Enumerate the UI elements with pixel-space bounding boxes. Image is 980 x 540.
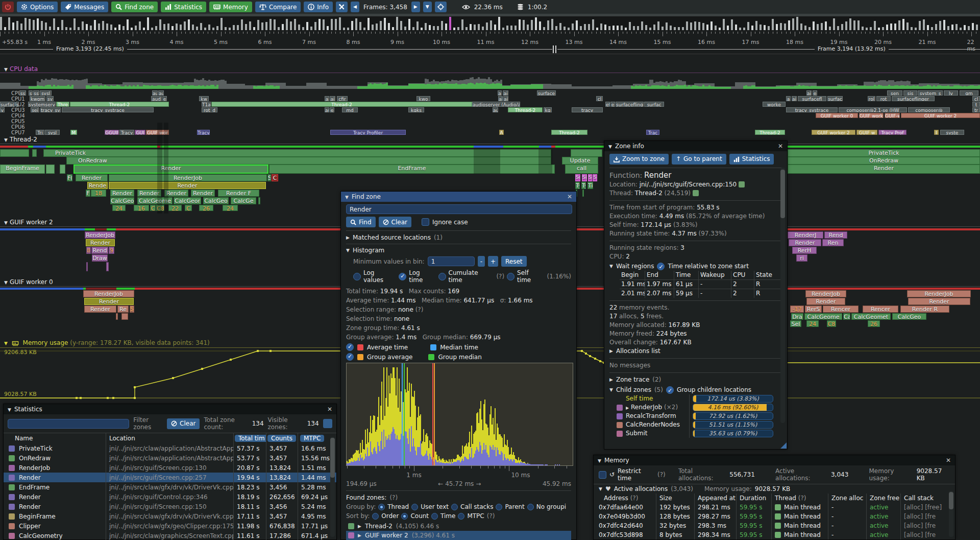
zone-CalcGeomet[interactable]: CalcGeomet (851, 313, 891, 320)
zone-5[interactable]: 5 (130, 306, 134, 313)
cpu-zone-cl[interactable]: cl (596, 96, 603, 101)
cpu-zone-au[interactable]: au (158, 90, 164, 96)
cpu-zone-GUIF work[interactable]: GUIF work (859, 113, 884, 118)
zone-OnRedraw[interactable]: OnRedraw (788, 157, 980, 165)
find-zone-histogram[interactable] (346, 363, 573, 466)
zone-EndFrame[interactable]: EndFrame (269, 165, 555, 174)
limit-range-button[interactable] (323, 419, 332, 428)
found-zone-group[interactable]: ▶ GUIF worker 2 (3,296) 4.61 s (346, 531, 571, 540)
cpu-zone-Tracy[interactable]: Tracy (197, 130, 210, 135)
go-to-parent-button[interactable]: ↑Go to parent (672, 154, 726, 165)
zone-16[interactable]: 16 (134, 205, 149, 211)
cpu-zone-surfac[interactable]: surfac (644, 102, 664, 107)
zone-Rend[interactable]: Rend (824, 231, 847, 239)
zone-Render F[interactable]: Render F (218, 190, 259, 197)
resize-grip[interactable] (780, 442, 787, 449)
group-average-checkbox[interactable] (346, 353, 354, 361)
bin-increase-button[interactable]: + (488, 256, 498, 267)
cpu-zone-T1a[interactable]: T1a (202, 102, 211, 107)
zone-26[interactable]: 26 (199, 205, 213, 211)
cpu-zone-sysl[interactable]: sysl (40, 90, 52, 96)
cpu-zone-ai[interactable]: ai (806, 90, 812, 96)
tools-button[interactable] (336, 2, 348, 12)
zone-Render[interactable]: Render (789, 239, 821, 246)
memory-titlebar[interactable]: ▼Memory✕ (594, 455, 955, 465)
collapse-icon[interactable]: ▼ (599, 486, 602, 491)
focus-button[interactable] (435, 2, 447, 12)
cpu-zone-lv[interactable]: lv (944, 90, 958, 96)
collapse-icon[interactable]: ▼ (4, 280, 8, 285)
cpu-zone-kwo[interactable]: kwo (416, 96, 430, 101)
col-call-stack[interactable]: Call stack (901, 495, 947, 502)
zone-Render[interactable]: Render (191, 190, 215, 197)
zone-C[interactable]: C (185, 205, 192, 211)
zone-info-titlebar[interactable]: ▼Zone info✕ (604, 141, 787, 151)
cpu-zone-sis[interactable]: sis (903, 90, 917, 96)
col-total-time-button[interactable]: Total tim (235, 435, 266, 442)
zone-C[interactable]: C (150, 205, 156, 211)
table-row[interactable]: Render jni/../jni/src/guif/Control.cpp:3… (4, 492, 336, 502)
log-time-checkbox[interactable] (399, 273, 406, 280)
zone-F[interactable]: F (86, 190, 90, 197)
cpu-zone-kg[interactable]: kg (544, 107, 552, 112)
cpu-zone-Tracy[interactable]: Tracy (119, 130, 134, 135)
cpu-zone-et[interactable]: et (605, 102, 610, 107)
table-row[interactable]: CalcGeometry jni/../jni/src/claw/graphic… (4, 531, 336, 540)
cpu-zone-I[interactable]: I (934, 130, 939, 135)
radio-call-stacks[interactable] (451, 504, 458, 510)
zoom-to-zone-button[interactable]: Zoom to zone (609, 154, 669, 165)
zone-Render[interactable]: Render (110, 190, 134, 197)
zone-Ty[interactable]: Ty (581, 182, 586, 189)
cpu-zone-cfir[interactable]: cfir (337, 96, 348, 101)
cpu-zone-row[interactable]: surfacssystemserverThreThread-2T1aThread… (0, 102, 980, 107)
cpu-zone-kw[interactable]: kw (199, 96, 209, 101)
zone-Render[interactable]: Render (74, 165, 268, 174)
cpu-zone-e[interactable]: e (813, 90, 817, 96)
col-size[interactable]: Size (656, 495, 694, 502)
table-row[interactable]: 0x7dfc42d640 32 bytes 298.3 ms 59.95 s M… (594, 521, 955, 530)
expand-icon[interactable]: ▶ (358, 524, 361, 529)
cpu-zone-Tracy Prof[interactable]: Tracy Prof (878, 130, 906, 135)
next-frame-button[interactable]: ▶ (411, 2, 420, 12)
frame-3193-label[interactable]: Frame 3,193 (22.45 ms) (53, 45, 127, 52)
child-zone-row[interactable]: Submit 35.63 us (0.79%) (609, 429, 782, 438)
cpu-zone-sv[interactable]: sv (46, 96, 54, 101)
cpu-zone-surfacefl[interactable]: surfacefl (798, 96, 826, 101)
cpu-zone-GUIF-w[interactable]: GUIF-w (885, 113, 900, 118)
zone-22[interactable]: 22 (168, 205, 182, 211)
cpu-zone-v[interactable]: v (0, 107, 5, 112)
table-row[interactable]: OnRedraw jni/../jni/src/claw/application… (4, 453, 336, 463)
radio-user-text[interactable] (411, 504, 418, 510)
col-duration[interactable]: Duration (737, 495, 771, 502)
clear-filter-button[interactable]: Clear (167, 418, 200, 429)
zone-RenderJ[interactable]: RenderJ (788, 231, 823, 239)
restrict-time-checkbox[interactable] (599, 471, 606, 479)
thread2-zone-row[interactable]: F(RenderRenderJobSCScSiSS (0, 174, 980, 181)
power-button[interactable] (2, 2, 14, 12)
col-counts-button[interactable]: Counts (267, 435, 296, 442)
cpu-zone-Thread-2[interactable]: Thread-2 (508, 107, 543, 112)
zone-Ti[interactable]: Ti (587, 182, 593, 189)
zone-C[interactable]: C (272, 174, 278, 181)
cpu-zone-row[interactable] (0, 119, 980, 124)
cpu-zone-rol[interactable]: rol (868, 96, 875, 101)
cpu-zone-Thread-2[interactable]: Thread-2 (70, 102, 169, 107)
col-address[interactable]: Address (604, 495, 628, 502)
zone-RenderJob[interactable]: RenderJob (109, 174, 267, 181)
zone-Sc[interactable]: Sc (575, 174, 580, 181)
table-row[interactable]: 0x7e049b3d00 128 bytes 298.27 ms 59.95 s… (594, 512, 955, 521)
cpu-zone-syste[interactable]: syste (940, 130, 964, 135)
active-allocations-header[interactable]: Active allocations (614, 485, 668, 492)
close-icon[interactable]: ✕ (327, 404, 332, 414)
col-zone-free[interactable]: Zone free (867, 495, 900, 502)
memory-usage-header[interactable]: ▼ Memory usage (y-range: 178.27 KB, visi… (4, 339, 210, 346)
hist-span[interactable]: ← 45.72 ms → (380, 480, 540, 487)
zone-BeginFrame[interactable]: BeginFrame (0, 165, 45, 174)
table-row[interactable]: RenderJob jni/../jni/src/guif/Screen.cpp… (4, 463, 336, 473)
zone-Ren[interactable]: Ren (822, 239, 844, 246)
wait-regions-header[interactable]: Wait regions (616, 262, 654, 271)
cpu-zone-au[interactable]: au (325, 107, 329, 112)
child-zone-row[interactable]: Self time 172.14 us (3.83%) (609, 394, 782, 403)
collapse-icon[interactable]: ▼ (4, 137, 8, 143)
cpu-zone-systemserver[interactable]: systemserver (28, 102, 56, 107)
